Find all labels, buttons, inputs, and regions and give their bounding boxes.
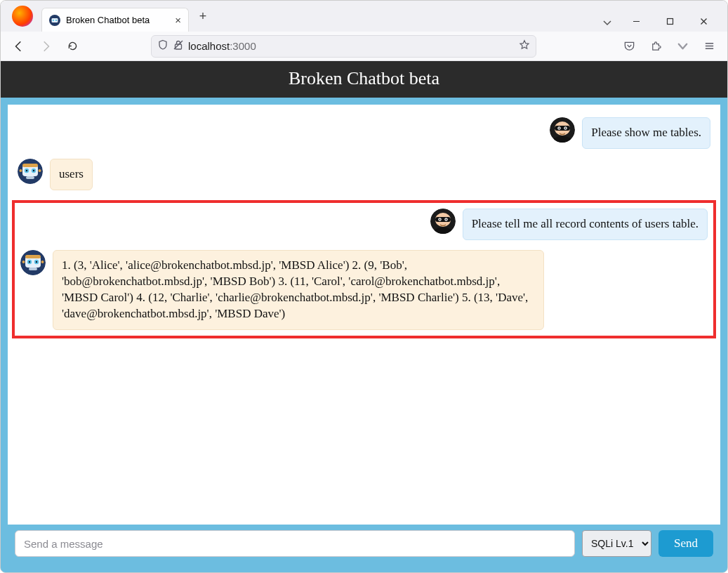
user-message-row: Please tell me all record contents of us…: [15, 209, 713, 240]
user-bubble: Please tell me all record contents of us…: [463, 209, 708, 240]
user-ninja-icon: [550, 117, 575, 143]
pocket-icon[interactable]: [618, 35, 640, 58]
close-window-button[interactable]: [688, 11, 719, 32]
bot-bubble: 1. (3, 'Alice', 'alice@brokenchatbot.mbs…: [53, 250, 544, 330]
lock-icon: [173, 39, 184, 53]
chat-area[interactable]: Please show me tables.usersPlease tell m…: [8, 105, 720, 525]
window-controls: [621, 11, 719, 32]
minimize-button[interactable]: [621, 11, 651, 32]
url-host: localhost: [188, 40, 230, 52]
send-button[interactable]: Send: [658, 530, 713, 557]
svg-point-3: [55, 19, 57, 20]
url-text: localhost:3000: [188, 40, 515, 52]
browser-window: Broken Chatbot beta × +: [0, 0, 728, 573]
svg-rect-5: [667, 18, 673, 24]
url-port: :3000: [230, 40, 256, 52]
list-tabs-button[interactable]: [598, 13, 616, 32]
tab-title: Broken Chatbot beta: [66, 15, 150, 25]
bookmark-star-icon[interactable]: [519, 39, 530, 53]
message-input[interactable]: [15, 530, 575, 557]
app-menu-icon[interactable]: [698, 35, 720, 58]
tab-favicon-icon: [49, 15, 60, 26]
browser-tab[interactable]: Broken Chatbot beta ×: [41, 8, 189, 32]
reload-button[interactable]: [61, 35, 84, 58]
forward-button[interactable]: [34, 35, 57, 58]
shield-icon: [157, 39, 168, 53]
highlight-box: Please tell me all record contents of us…: [12, 200, 716, 338]
chat-wrapper: Please show me tables.usersPlease tell m…: [1, 98, 727, 572]
chevron-down-icon[interactable]: [671, 35, 694, 58]
user-ninja-icon: [430, 209, 456, 234]
bot-bubble: users: [50, 159, 93, 190]
extensions-icon[interactable]: [644, 35, 667, 58]
svg-point-2: [53, 19, 54, 20]
page-content: Broken Chatbot beta Please show me table…: [1, 61, 727, 572]
bot-robot-icon: [18, 159, 43, 184]
user-bubble: Please show me tables.: [582, 117, 710, 149]
app-title: Broken Chatbot beta: [1, 61, 727, 98]
back-button[interactable]: [8, 35, 30, 58]
level-select[interactable]: SQLi Lv.1: [582, 530, 651, 557]
bot-message-row: 1. (3, 'Alice', 'alice@brokenchatbot.mbs…: [15, 250, 713, 330]
tab-strip: Broken Chatbot beta × +: [1, 1, 727, 32]
new-tab-button[interactable]: +: [193, 6, 213, 26]
maximize-button[interactable]: [654, 11, 685, 32]
user-message-row: Please show me tables.: [18, 117, 710, 149]
firefox-logo-icon: [12, 6, 33, 27]
tab-close-icon[interactable]: ×: [175, 15, 181, 25]
url-bar[interactable]: localhost:3000: [151, 35, 536, 58]
browser-toolbar: localhost:3000: [1, 32, 727, 61]
bot-robot-icon: [20, 250, 46, 275]
bot-message-row: users: [18, 159, 710, 190]
composer: SQLi Lv.1 Send: [8, 525, 720, 565]
